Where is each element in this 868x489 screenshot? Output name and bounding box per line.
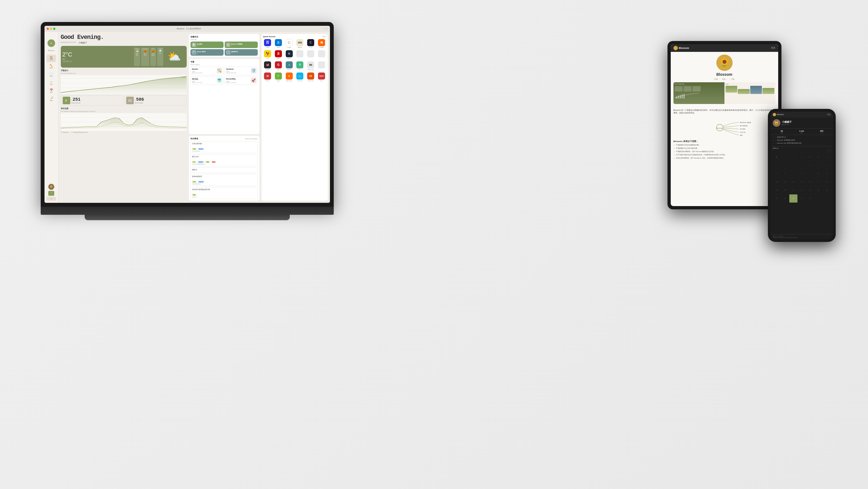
cal-day-3[interactable]: 3 <box>814 161 823 169</box>
app-icon-steam[interactable]: ⚙ Steam <box>285 50 294 59</box>
meituan-label: 小鸟 <box>267 58 269 59</box>
cal-day-24[interactable]: 24 <box>814 186 823 194</box>
app-icon-grafana[interactable]: Gf Sticker Hub <box>306 73 315 82</box>
sidebar-item-mail[interactable]: ✉️ Mail <box>46 71 56 79</box>
cal-day-17[interactable]: 17 <box>814 178 823 186</box>
app-icon-shadcn[interactable]: Sh Shadcn Plus <box>306 61 315 70</box>
badge-3-0: 文章 <box>192 181 196 183</box>
app-icon-bing[interactable]: B Bing <box>274 39 283 48</box>
cal-day-18[interactable]: 18 <box>823 178 831 186</box>
subject-mysql[interactable]: 🐬 MySQL 46341 2023-11-27 17:41:44 <box>190 76 224 85</box>
app-icon-aliyun[interactable]: A AliyunCloud <box>285 73 294 82</box>
todo-item-2[interactable]: 国际化 <box>190 167 258 173</box>
app-icon-taobao[interactable]: 淘 小米商城 <box>317 39 326 48</box>
sidebar-item-home[interactable]: 🏠 Home <box>46 55 56 62</box>
phone: blossom 更多 🐱 小贼贼子 Dec 27 1 Ts <box>768 109 836 242</box>
sidebar-item-todo[interactable]: ✓ Todo <box>46 79 56 87</box>
user-avatar[interactable]: 🐱 <box>48 184 54 190</box>
app-icon-maven[interactable]: M Maven <box>263 73 272 82</box>
cal-day-9[interactable]: 9 <box>806 169 814 178</box>
upload-button[interactable]: ↑ <box>48 191 54 196</box>
sidebar-item-editor[interactable]: ✏️ Editor <box>46 63 56 70</box>
app-icon-docker[interactable]: 🐳 Trade Hub <box>296 73 305 82</box>
fav-card-3[interactable]: ⚙️ 安装模式式 0.5 <box>225 49 258 56</box>
sync-button[interactable]: ⟳ <box>46 197 56 201</box>
fav-icon-0: 📑 <box>192 42 196 47</box>
app-icon-google[interactable]: G Google <box>285 39 294 48</box>
cal-day-5[interactable]: 5 <box>773 169 781 178</box>
weather-info: 2°C 多云 米来约24时 多云 <box>62 48 134 66</box>
cal-day-29[interactable]: 29 <box>798 194 806 203</box>
app-icon-meituan[interactable]: 🦅 小鸟 <box>263 50 272 59</box>
phone-link-2[interactable]: → → blossom star 创意功能实现及本地 <box>773 142 831 144</box>
cal-day-7[interactable]: 7 <box>789 169 798 178</box>
cal-day-4[interactable]: 4 <box>823 161 831 169</box>
app-icon-electron[interactable]: ⚛ Electron <box>285 61 294 70</box>
app-icon-github[interactable]: 🐙 GitHub <box>263 61 272 70</box>
cal-day-30[interactable]: 30 <box>806 194 814 203</box>
app-icon-baidu[interactable]: 百 百度 <box>263 39 272 48</box>
subject-sentinel[interactable]: 🛡️ Sentinel 56685 2023-12-28 36:42:18 <box>225 66 258 75</box>
app-icon-spring[interactable]: 🍃 Spring <box>274 73 283 82</box>
app-icon-vue[interactable]: V Vue <box>296 61 305 70</box>
cal-day-27[interactable]: 27 <box>781 194 789 203</box>
cal-day-12[interactable]: 12 <box>773 178 781 186</box>
cal-day-8[interactable]: 8 <box>798 169 806 178</box>
subject-rocketmq[interactable]: 🚀 RocketMQ 39833 2023-12-27 10:17:89 <box>225 76 258 85</box>
cal-day-25[interactable]: 25 <box>823 186 831 194</box>
maximize-dot[interactable] <box>53 28 55 30</box>
cal-day-14[interactable]: 14 <box>789 178 798 186</box>
app-icon-placeholder2 <box>306 50 315 59</box>
app-icon-wiki[interactable]: wla 维基百科 <box>296 39 305 48</box>
app-icon-gitee[interactable]: G Gitee <box>274 61 283 70</box>
username: 小贼贼子 <box>79 41 87 44</box>
cal-day-28[interactable]: 28 <box>789 194 798 203</box>
words-sub: Words 535,022 <box>71 102 81 104</box>
fav-sub-2: 1.0 <box>197 52 222 54</box>
todo-item-0[interactable]: 文章点赞功能 文章 feature 写文章点赞功能 <box>190 141 258 153</box>
fav-card-1[interactable]: 🌸 Blossom 布置模板 0.5 <box>225 41 258 48</box>
cal-day-22[interactable]: 22 <box>798 186 806 194</box>
tablet-more[interactable]: 更多 <box>771 47 775 50</box>
todo-item-1[interactable]: 图片水印 Env feature 文章 Bug 在正好不都的图像重复添加 <box>190 154 258 166</box>
cal-day-19[interactable]: 19 <box>773 186 781 194</box>
window-title: Blossom - 个人笔记管理软件 <box>55 27 322 30</box>
todo-item-3[interactable]: 菜单伸缩管理 文章 Feature 菜单伸缩管理优化 <box>190 174 258 186</box>
phone-stat-155: 155 155 <box>812 130 831 134</box>
app-icon-cnd[interactable]: C 五三七 <box>306 39 315 48</box>
app-icon-npm[interactable]: npm Npm <box>317 73 326 82</box>
tab-download[interactable]: ↓ 下载 <box>730 78 735 81</box>
cal-day-11[interactable]: 11 <box>823 169 831 178</box>
phone-link-1[interactable]: → → Blossom 自搭建笔记软件 <box>773 139 831 141</box>
app-icon-jd[interactable]: 京 数码 <box>274 50 283 59</box>
cal-day-23[interactable]: 23 <box>806 186 814 194</box>
cal-day-6[interactable]: 6 <box>781 169 789 178</box>
phone-links: → → 标签文章 12 → → Blossom 自搭建笔记软件 → → blos… <box>771 135 833 146</box>
cal-day-1[interactable]: 1 <box>798 161 806 169</box>
cal-day-2[interactable]: 2 <box>806 161 814 169</box>
subject-elastic[interactable]: 🔍 Elastic 76837 2023-11-28 17:83:28 <box>190 66 224 75</box>
sidebar-item-note[interactable]: 📝 Note <box>46 95 56 103</box>
cal-day-15[interactable]: 15 <box>798 178 806 186</box>
phone-link-0[interactable]: → → 标签文章 12 <box>773 136 831 139</box>
cal-prev[interactable]: < <box>828 150 829 151</box>
cal-day-10[interactable]: 10 <box>814 169 823 178</box>
tab-trial[interactable]: 试用 <box>714 78 718 81</box>
close-dot[interactable] <box>47 28 49 30</box>
phone-more[interactable]: 更多 <box>827 113 831 116</box>
cal-day-16[interactable]: 16 <box>806 178 814 186</box>
fav-card-0[interactable]: 📑 佰达测试 1.0 <box>190 41 224 48</box>
cal-day-13[interactable]: 13 <box>781 178 789 186</box>
minimize-dot[interactable] <box>50 28 52 30</box>
advantage-2: ✓ 不需要额外为公共的功能付费。 <box>674 147 775 150</box>
sidebar-item-plan[interactable]: 📅 Plan <box>46 87 56 95</box>
cal-day-21[interactable]: 21 <box>789 186 798 194</box>
todo-item-4[interactable]: 长时间不使用的处理方案 优化 应该是一号 <box>190 187 258 199</box>
tablet-app-name: Blossom <box>716 72 732 77</box>
cal-day-26[interactable]: 26 <box>773 194 781 203</box>
tab-docs[interactable]: 文档 <box>722 78 725 81</box>
fav-card-2[interactable]: 🌊 Stream 流转行 1.0 <box>190 49 224 56</box>
cal-day-20[interactable]: 20 <box>781 186 789 194</box>
words-stat-box: A A 251 Words 535,022 <box>61 95 123 106</box>
cal-next[interactable]: > <box>830 150 831 151</box>
